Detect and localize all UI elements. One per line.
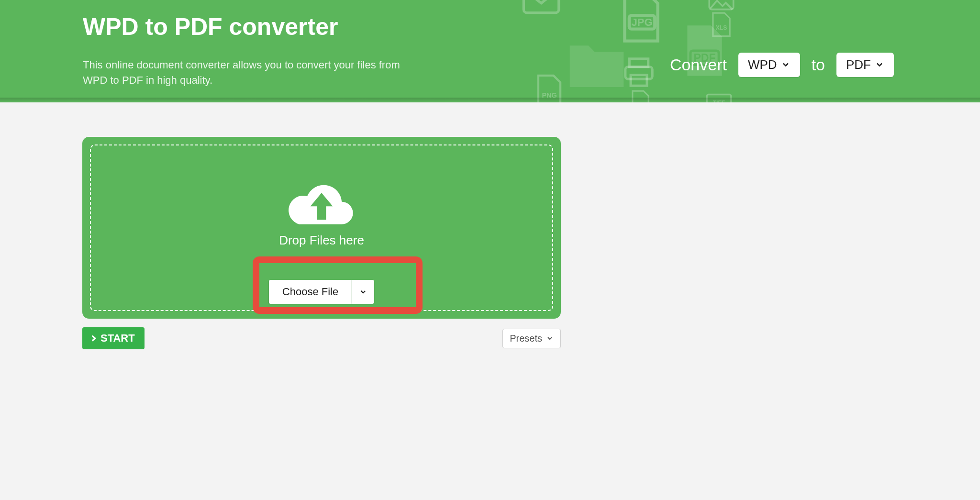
svg-rect-5	[709, 0, 733, 10]
choose-file-button[interactable]: Choose File	[269, 280, 352, 304]
convert-bar: Convert WPD to PDF	[670, 42, 894, 88]
chevron-down-icon	[546, 334, 554, 342]
from-format-select[interactable]: WPD	[738, 53, 800, 77]
from-format-value: WPD	[748, 57, 777, 72]
start-button[interactable]: START	[82, 327, 145, 349]
chevron-right-icon	[89, 334, 98, 343]
main: Drop Files here Choose File START Preset…	[0, 102, 980, 349]
start-button-label: START	[100, 332, 135, 344]
to-label: to	[812, 56, 825, 74]
hero-shadow	[0, 98, 980, 102]
page-title: WPD to PDF converter	[83, 14, 427, 40]
chevron-down-icon	[781, 60, 791, 69]
svg-rect-0	[523, 0, 558, 13]
presets-button-label: Presets	[510, 333, 542, 344]
drop-files-label: Drop Files here	[279, 233, 364, 248]
chevron-down-icon	[359, 288, 368, 296]
cloud-upload-icon	[286, 179, 357, 231]
chevron-down-icon	[875, 60, 884, 69]
presets-button[interactable]: Presets	[502, 329, 561, 348]
dropzone[interactable]: Drop Files here Choose File	[82, 137, 561, 319]
to-format-value: PDF	[846, 57, 871, 72]
choose-file-group: Choose File	[269, 280, 374, 304]
image-icon	[708, 0, 735, 13]
page-subtitle: This online document converter allows yo…	[83, 57, 427, 88]
to-format-select[interactable]: PDF	[836, 53, 894, 77]
action-row: START Presets	[82, 327, 561, 349]
choose-file-dropdown[interactable]	[352, 280, 374, 304]
hero: JPG PDF XLS PNG DOCX TIFF WPD to PDF con…	[0, 0, 980, 102]
convert-label: Convert	[670, 56, 727, 74]
